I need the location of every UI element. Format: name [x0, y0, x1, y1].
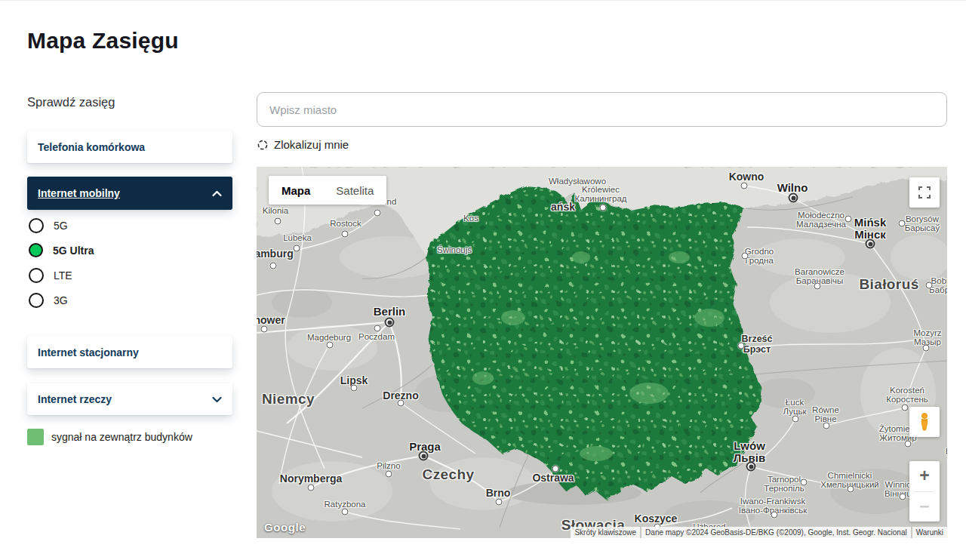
chevron-down-icon [212, 396, 222, 403]
page-title: Mapa Zasięgu [27, 28, 179, 54]
map-data-attribution: Dane mapy ©2024 GeoBasis-DE/BKG (©2009),… [641, 527, 911, 538]
radio-option-5g-ultra[interactable]: 5G Ultra [27, 238, 232, 263]
section-label: Internet mobilny [38, 187, 120, 199]
pegman-icon [916, 412, 933, 432]
coverage-legend: sygnał na zewnątrz budynków [27, 429, 232, 445]
section-internet-rzeczy[interactable]: Internet rzeczy [27, 383, 232, 415]
section-label: Internet stacjonarny [38, 346, 139, 358]
zoom-control: + − [909, 461, 940, 522]
section-internet-stacjonarny[interactable]: Internet stacjonarny [27, 337, 232, 368]
zoom-in-button[interactable]: + [909, 461, 940, 491]
fullscreen-button[interactable] [909, 177, 940, 208]
radio-label: 3G [54, 294, 68, 306]
terms-link[interactable]: Warunki [912, 527, 947, 538]
radio-circle-icon [29, 218, 44, 233]
keyboard-shortcuts-link[interactable]: Skróty klawiszowe [571, 527, 640, 538]
pegman-button[interactable] [909, 407, 940, 437]
check-coverage-heading: Sprawdź zasięg [27, 95, 115, 109]
zoom-out-button[interactable]: − [909, 492, 940, 522]
radio-option-3g[interactable]: 3G [27, 288, 232, 312]
radio-option-lte[interactable]: LTE [27, 263, 232, 288]
tab-satelita[interactable]: Satelita [323, 176, 386, 205]
locate-crosshair-icon [257, 139, 269, 151]
radio-label: LTE [54, 269, 72, 282]
map-attribution: Skróty klawiszowe Dane mapy ©2024 GeoBas… [571, 527, 947, 538]
map-type-control: Mapa Satelita [269, 176, 386, 205]
radio-label: 5G Ultra [53, 245, 94, 257]
section-internet-mobilny[interactable]: Internet mobilny [27, 177, 232, 210]
tab-mapa[interactable]: Mapa [269, 176, 323, 205]
section-telefonia-komorkowa[interactable]: Telefonia komórkowa [27, 131, 232, 163]
legend-label: sygnał na zewnątrz budynków [51, 431, 192, 443]
coverage-sidebar: Telefonia komórkowa Internet mobilny 5G5… [27, 131, 232, 445]
section-label: Internet rzeczy [38, 393, 112, 405]
radio-circle-icon [29, 243, 43, 257]
radio-label: 5G [54, 220, 68, 232]
map-graphics [257, 167, 947, 538]
radio-circle-icon [29, 293, 44, 308]
radio-circle-icon [29, 268, 44, 283]
chevron-up-icon [212, 190, 222, 197]
city-search-input[interactable] [257, 92, 947, 127]
locate-me-label: Zlokalizuj mnie [274, 138, 349, 151]
legend-swatch [27, 429, 44, 445]
fullscreen-icon [918, 186, 931, 198]
radio-option-5g[interactable]: 5G [27, 213, 232, 238]
google-logo[interactable]: Google [264, 521, 306, 534]
technology-radio-group: 5G5G UltraLTE3G [27, 213, 232, 312]
section-label: Telefonia komórkowa [38, 141, 145, 153]
locate-me-button[interactable]: Zlokalizuj mnie [257, 138, 349, 151]
map-canvas[interactable]: WładysławowoKrólewiecКалининградKownoWil… [257, 167, 947, 538]
coverage-map-page: Mapa Zasięgu Sprawdź zasięg Telefonia ko… [0, 0, 966, 560]
